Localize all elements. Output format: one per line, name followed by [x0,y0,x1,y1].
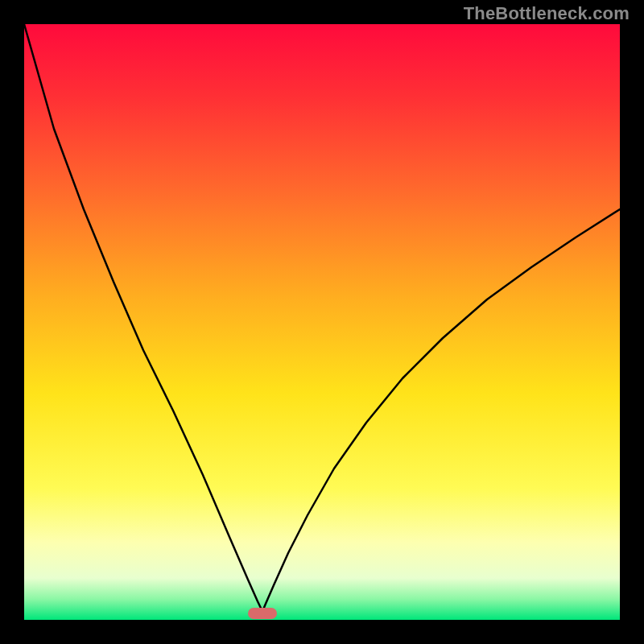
watermark-text: TheBottleneck.com [464,3,630,24]
chart-container: TheBottleneck.com [0,0,644,644]
optimal-point-marker [248,608,277,619]
plot-area [24,24,620,620]
chart-svg [24,24,620,620]
gradient-background [24,24,620,620]
